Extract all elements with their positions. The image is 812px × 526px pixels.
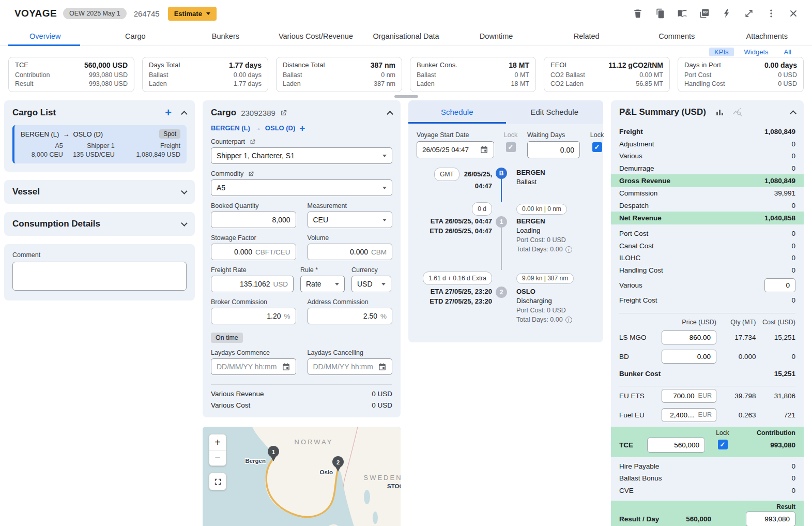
timeline-node-2[interactable]: 2 <box>496 287 507 298</box>
measurement-select[interactable]: CEU <box>308 212 393 228</box>
volume-input[interactable] <box>313 248 369 256</box>
currency-value: USD <box>357 280 373 288</box>
tab-comments[interactable]: Comments <box>632 27 722 46</box>
info-icon[interactable]: i <box>565 317 572 323</box>
emission-price-input[interactable] <box>666 392 696 400</box>
tab-various-cost-revenue[interactable]: Various Cost/Revenue <box>271 27 361 46</box>
delete-icon[interactable] <box>633 8 643 19</box>
laydays-cancelling-input[interactable] <box>313 363 374 371</box>
timeline-node-start[interactable]: B <box>496 168 507 179</box>
pnl-label: Port Cost <box>619 230 648 237</box>
laydays-commence-input[interactable] <box>217 363 278 371</box>
counterpart-label: Counterpart <box>211 138 245 145</box>
open-commodity-icon[interactable] <box>248 171 254 177</box>
tce-input[interactable] <box>652 441 700 449</box>
timeline-node-1[interactable]: 1 <box>496 216 507 228</box>
voyage-start-lock-checkbox[interactable]: ✓ <box>506 142 516 152</box>
tab-edit-schedule[interactable]: Edit Schedule <box>506 100 604 124</box>
route-map[interactable]: NORWAY SWEDEN STOC Bergen Oslo North Sea… <box>203 427 401 526</box>
export-pdf-icon[interactable]: PDF <box>699 8 710 19</box>
open-counterpart-icon[interactable] <box>249 139 256 145</box>
pnl-label: Freight <box>619 128 643 136</box>
open-cargo-icon[interactable] <box>280 109 287 117</box>
collapse-icon[interactable] <box>387 111 393 117</box>
expand-icon[interactable] <box>744 8 754 19</box>
view-toggle-widgets[interactable]: Widgets <box>739 48 774 56</box>
stowage-factor-input[interactable] <box>217 248 252 256</box>
tce-lock-checkbox[interactable]: ✓ <box>718 440 728 449</box>
bunker-cost-total-value: 15,251 <box>774 370 795 378</box>
kpi-sub-label: Contribution <box>15 71 50 79</box>
calendar-icon[interactable] <box>374 363 387 371</box>
map-zoom-in-button[interactable]: + <box>209 434 226 450</box>
line-chart-icon[interactable] <box>732 108 742 117</box>
start-port: BERGEN <box>516 168 595 176</box>
bunker-cost-total-label: Bunker Cost <box>619 370 661 378</box>
tab-related[interactable]: Related <box>541 27 632 46</box>
kpi-sub-value: 1.77 days <box>234 80 262 87</box>
bunker-price-input[interactable] <box>666 352 712 361</box>
cargo-list-item[interactable]: BERGEN (L) → OSLO (D) Spot A5 Shipper 1 … <box>12 125 187 163</box>
bar-chart-icon[interactable] <box>715 108 725 117</box>
map-fullscreen-button[interactable] <box>209 473 226 490</box>
kpi-sub-value: 387 nm <box>374 80 395 87</box>
address-commission-input[interactable] <box>313 312 377 320</box>
tce-lock-label: Lock <box>709 429 736 438</box>
tab-cargo[interactable]: Cargo <box>90 27 181 46</box>
result-per-day-value: 560,000 <box>686 515 711 523</box>
stop-eta: ETA 26/05/25, 04:47 <box>417 216 492 226</box>
broker-commission-input[interactable] <box>217 312 281 320</box>
map-label-stockholm-truncated: STOC <box>387 483 401 489</box>
more-menu-icon[interactable] <box>766 8 776 19</box>
booked-quantity-input[interactable] <box>217 216 290 224</box>
add-cargo-icon[interactable]: + <box>165 108 172 117</box>
collapse-icon[interactable] <box>790 110 796 117</box>
chevron-down-icon <box>382 155 387 157</box>
view-toggle-all[interactable]: All <box>779 48 796 56</box>
tab-downtime[interactable]: Downtime <box>451 27 542 46</box>
timezone-pill[interactable]: GMT <box>434 168 459 181</box>
commodity-select[interactable]: A5 <box>211 179 392 196</box>
duplicate-icon[interactable] <box>655 8 665 19</box>
tab-organisational-data[interactable]: Organisational Data <box>361 27 451 46</box>
waiting-days-lock-checkbox[interactable]: ✓ <box>592 142 602 152</box>
page-title: VOYAGE <box>14 8 57 19</box>
route-link-discharge[interactable]: OSLO (D) <box>265 124 296 132</box>
result-input[interactable] <box>750 515 791 523</box>
tab-bunkers[interactable]: Bunkers <box>180 27 271 46</box>
net-revenue-row: Net Revenue1,040,858 <box>611 212 804 224</box>
waiting-days-input[interactable] <box>533 146 574 154</box>
bunker-price-input[interactable] <box>666 333 712 342</box>
expand-section-icon[interactable] <box>181 220 188 227</box>
calendar-icon[interactable] <box>476 145 488 154</box>
calendar-icon[interactable] <box>278 363 290 371</box>
close-icon[interactable] <box>788 8 799 19</box>
emission-price-input[interactable] <box>666 411 696 419</box>
add-port-icon[interactable]: + <box>299 125 305 132</box>
expand-section-icon[interactable] <box>181 188 188 194</box>
info-icon[interactable]: i <box>565 246 572 253</box>
kpi-sub-value: 0 USD <box>778 80 797 87</box>
rule-select[interactable]: Rate <box>300 276 345 292</box>
pnl-label: CVE <box>619 487 634 494</box>
voyage-start-date-input[interactable] <box>422 146 476 154</box>
route-link-load[interactable]: BERGEN (L) <box>211 124 250 132</box>
map-zoom-out-button[interactable]: − <box>209 450 226 465</box>
pnl-various-input[interactable] <box>769 281 791 290</box>
kpi-value: 387 nm <box>371 61 395 69</box>
view-toggle-kpis[interactable]: KPIs <box>709 48 733 56</box>
tab-attachments[interactable]: Attachments <box>722 27 812 46</box>
currency-select[interactable]: USD <box>351 276 391 292</box>
book-icon[interactable] <box>677 8 687 19</box>
freight-rate-input[interactable] <box>217 280 270 288</box>
drag-handle[interactable] <box>394 95 418 98</box>
flash-icon[interactable] <box>722 8 732 19</box>
bunker-cost: 0 <box>760 353 796 360</box>
pnl-value: 1,040,858 <box>764 214 795 222</box>
counterpart-select[interactable]: Shipper 1, Charterer, S1 <box>211 147 392 164</box>
tab-overview[interactable]: Overview <box>0 27 90 46</box>
estimate-button[interactable]: Estimate <box>168 7 217 21</box>
tab-schedule[interactable]: Schedule <box>408 100 506 124</box>
collapse-icon[interactable] <box>181 111 188 117</box>
comment-input[interactable] <box>12 262 187 291</box>
